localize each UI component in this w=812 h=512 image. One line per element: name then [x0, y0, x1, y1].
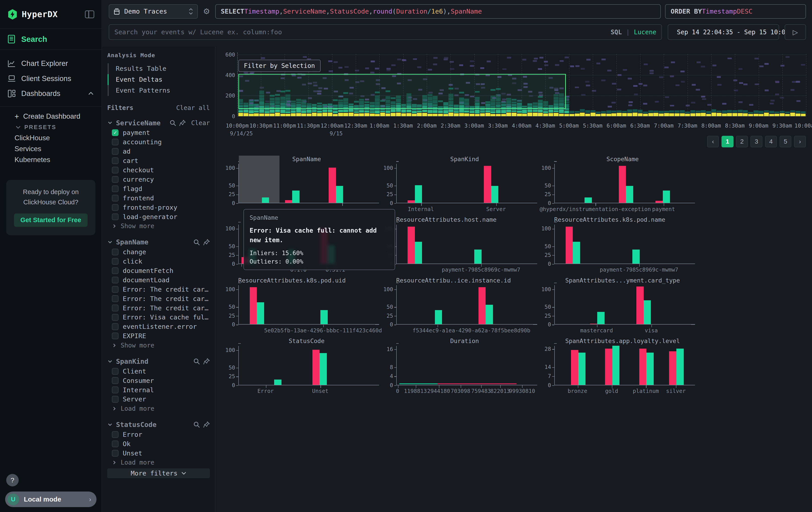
chart-spankind[interactable]: SpanKind02550100InternalServer — [382, 156, 540, 216]
checkbox[interactable] — [112, 167, 118, 173]
show-more-button[interactable]: Show more — [107, 341, 210, 350]
filter-option-error[interactable]: Error — [107, 430, 210, 439]
local-mode-menu[interactable]: U Local mode › — [5, 491, 96, 507]
clear-group-button[interactable]: Clear — [191, 119, 210, 127]
clear-all-button[interactable]: Clear all — [176, 104, 210, 111]
filter-option-checkout[interactable]: checkout — [107, 165, 210, 175]
filter-option-click[interactable]: click — [107, 257, 210, 266]
show-more-button[interactable]: Show more — [107, 221, 210, 231]
checkbox[interactable] — [112, 204, 118, 211]
bar-inlier[interactable] — [612, 346, 620, 385]
bar-inlier[interactable] — [663, 191, 670, 203]
bar-inlier[interactable] — [486, 305, 493, 324]
bar-inlier[interactable] — [632, 249, 640, 264]
pin-icon[interactable] — [203, 421, 210, 428]
pin-icon[interactable] — [203, 239, 210, 246]
bar-inlier[interactable] — [292, 191, 299, 203]
bar-outlier[interactable] — [312, 350, 320, 385]
filter-option-server[interactable]: Server — [107, 395, 210, 404]
bar-outlier[interactable] — [656, 201, 663, 203]
bar-inlier[interactable] — [336, 186, 343, 203]
filter-option-error-visa-cache-full-[interactable]: Error: Visa cache full: … — [107, 313, 210, 322]
bar-inlier[interactable] — [415, 185, 422, 203]
bar-outlier[interactable] — [639, 349, 646, 385]
search-icon[interactable] — [193, 358, 200, 365]
language-toggle-lucene[interactable]: Lucene — [634, 28, 656, 36]
page-button-5[interactable]: 5 — [780, 136, 791, 147]
filter-option-error-the-credit-card-[interactable]: Error: The credit card (… — [107, 303, 210, 313]
sidebar-collapse-icon[interactable] — [85, 10, 94, 18]
bar-inlier[interactable] — [474, 249, 482, 264]
chevron-down-icon[interactable] — [107, 359, 113, 365]
filter-option-documentload[interactable]: documentLoad — [107, 275, 210, 285]
load-more-button[interactable]: Load more — [107, 458, 210, 467]
bar-inlier[interactable] — [626, 186, 633, 203]
gear-icon[interactable]: ⚙ — [202, 7, 211, 16]
chart-resourceattributes-host-name[interactable]: ResourceAttributes.host.name02550100paym… — [382, 216, 540, 277]
page-button-1[interactable]: 1 — [722, 136, 733, 147]
preset-item-clickhouse[interactable]: ClickHouse — [0, 133, 102, 143]
bar-inlier[interactable] — [573, 242, 580, 264]
filter-option-expire[interactable]: EXPIRE — [107, 331, 210, 341]
bar-inlier[interactable] — [597, 312, 605, 324]
filter-option-flagd[interactable]: flagd — [107, 184, 210, 193]
bar-outlier[interactable] — [605, 349, 612, 385]
bar-inlier[interactable] — [257, 302, 264, 324]
checkbox[interactable] — [112, 157, 118, 164]
checkbox[interactable] — [112, 185, 118, 192]
bar-outlier[interactable] — [619, 166, 626, 203]
checkbox[interactable] — [112, 258, 118, 265]
presets-toggle[interactable]: PRESETS — [0, 122, 102, 133]
analysis-mode-results-table[interactable]: Results Table — [108, 63, 210, 74]
chart-scopename[interactable]: ScopeName02550100@hyperdx/instrumentatio… — [540, 156, 697, 216]
analysis-mode-event-deltas[interactable]: Event Deltas — [108, 74, 210, 85]
chevron-down-icon[interactable] — [107, 120, 113, 126]
load-more-button[interactable]: Load more — [107, 404, 210, 413]
page-button-3[interactable]: 3 — [750, 136, 762, 147]
sidebar-item-search[interactable]: Search — [0, 29, 102, 50]
checkbox[interactable] — [112, 332, 118, 339]
bar-outlier[interactable] — [408, 226, 415, 264]
checkbox-checked[interactable]: ✓ — [112, 129, 118, 136]
filter-option-frontend[interactable]: frontend — [107, 193, 210, 203]
bar-outlier[interactable] — [669, 351, 676, 385]
checkbox[interactable] — [112, 314, 118, 321]
search-input[interactable] — [114, 28, 606, 36]
preset-item-kubernetes[interactable]: Kubernetes — [0, 155, 102, 165]
get-started-button[interactable]: Get Started for Free — [14, 214, 88, 227]
chart-duration[interactable]: Duration04816011988132944180703098759483… — [382, 338, 540, 398]
checkbox[interactable] — [112, 148, 118, 155]
checkbox[interactable] — [112, 195, 118, 201]
filter-group-title[interactable]: ServiceName — [116, 119, 166, 127]
create-dashboard-button[interactable]: + Create Dashboard — [0, 111, 102, 122]
filter-option-consumer[interactable]: Consumer — [107, 376, 210, 385]
filter-option-frontend-proxy[interactable]: frontend-proxy — [107, 203, 210, 212]
run-query-button[interactable]: ▷ — [785, 24, 806, 40]
checkbox[interactable] — [112, 396, 118, 402]
bar-inlier[interactable] — [320, 353, 327, 385]
checkbox[interactable] — [112, 295, 118, 302]
checkbox[interactable] — [112, 286, 118, 293]
page-button-2[interactable]: 2 — [736, 136, 748, 147]
checkbox[interactable] — [112, 450, 118, 457]
bar-inlier[interactable] — [320, 310, 328, 324]
filter-by-selection-button[interactable]: Filter by Selection — [238, 60, 321, 72]
bar-inlier[interactable] — [491, 186, 498, 203]
preset-item-services[interactable]: Services — [0, 143, 102, 155]
chart-resourceattributes-k8s-pod-uid[interactable]: ResourceAttributes.k8s.pod.uid025501005e… — [224, 277, 381, 338]
pin-icon[interactable] — [179, 119, 186, 126]
select-clause-input[interactable]: SELECT Timestamp, ServiceName, StatusCod… — [215, 4, 661, 19]
filter-option-unset[interactable]: Unset — [107, 449, 210, 458]
bar-outlier[interactable] — [478, 287, 486, 324]
chart-resourceattributes-k8s-pod-name[interactable]: ResourceAttributes.k8s.pod.name02550100p… — [540, 216, 697, 277]
checkbox[interactable] — [112, 431, 118, 438]
date-range-picker[interactable]: Sep 14 22:04:35 - Sep 15 10:04:35 — [668, 24, 779, 40]
bar-outlier[interactable] — [566, 226, 573, 264]
bar-inlier[interactable] — [578, 353, 586, 385]
bar-outlier[interactable] — [636, 287, 644, 324]
bar-inlier[interactable] — [676, 349, 684, 385]
search-icon[interactable] — [193, 421, 200, 428]
bar-inlier[interactable] — [646, 353, 654, 385]
chart-spanname[interactable]: SpanName02550100 — [224, 156, 381, 216]
checkbox[interactable] — [112, 267, 118, 274]
